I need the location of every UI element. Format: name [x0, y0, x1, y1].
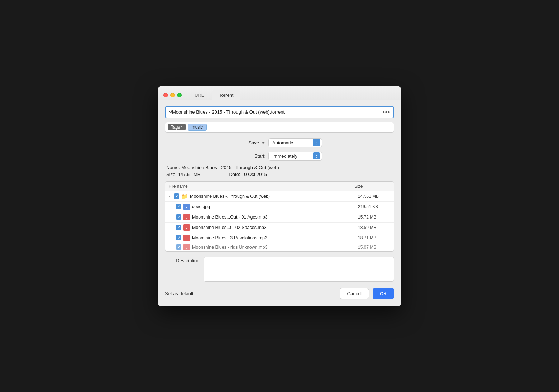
- folder-icon: 📁: [181, 193, 188, 200]
- description-row: Description:: [165, 257, 394, 282]
- mp3-icon: ♪: [183, 214, 190, 220]
- tab-torrent[interactable]: Torrent: [212, 90, 240, 100]
- file-size: 219.51 KB: [358, 204, 390, 209]
- file-size: 15.72 MB: [358, 215, 390, 220]
- main-window: URL Torrent ›/Moonshine Blues - 2015 - T…: [158, 86, 401, 306]
- file-name: cover.jpg: [192, 204, 358, 209]
- file-name: Moonshine Blues - rlds Unknown.mp3: [192, 245, 358, 250]
- torrent-size: Size: 147.61 MB: [166, 172, 200, 177]
- description-label: Description:: [165, 257, 201, 263]
- file-checkbox[interactable]: [176, 244, 181, 250]
- file-checkbox[interactable]: [176, 235, 181, 240]
- jpg-icon: J: [183, 204, 190, 210]
- table-row: ♪ Moonshine Blues...t - 02 Spaces.mp3 18…: [165, 223, 394, 233]
- file-name: Moonshine Blues...Out - 01 Ages.mp3: [192, 215, 358, 220]
- file-size: 147.61 MB: [358, 194, 390, 199]
- file-path-row: ›/Moonshine Blues - 2015 - Through & Out…: [165, 106, 394, 118]
- tab-url[interactable]: URL: [187, 90, 211, 100]
- col-size-header: Size: [354, 184, 390, 189]
- save-to-select[interactable]: Automatic: [268, 138, 322, 147]
- start-row: Start: Immediately: [165, 152, 394, 161]
- start-select[interactable]: Immediately: [268, 152, 322, 161]
- col-divider: [353, 184, 353, 189]
- save-to-label: Save to:: [237, 140, 266, 145]
- mp3-icon: ♪: [183, 244, 190, 250]
- file-table: File name Size › 📁 Moonshine Blues -...h…: [165, 181, 394, 252]
- file-name: Moonshine Blues -...hrough & Out (web): [190, 194, 358, 199]
- content-area: ›/Moonshine Blues - 2015 - Through & Out…: [158, 100, 401, 306]
- cancel-button[interactable]: Cancel: [340, 288, 369, 299]
- file-checkbox[interactable]: [176, 225, 181, 230]
- ok-button[interactable]: OK: [373, 288, 394, 299]
- info-section: Name: Moonshine Blues - 2015 - Through &…: [165, 165, 394, 177]
- set-as-default-button[interactable]: Set as default: [165, 291, 194, 296]
- file-path-text: ›/Moonshine Blues - 2015 - Through & Out…: [169, 109, 380, 115]
- tags-label[interactable]: Tags: [168, 124, 186, 130]
- file-checkbox[interactable]: [176, 214, 181, 220]
- table-row: ♪ Moonshine Blues...Out - 01 Ages.mp3 15…: [165, 212, 394, 223]
- file-size: 18.59 MB: [358, 225, 390, 230]
- tags-row: Tags music: [165, 122, 394, 133]
- maximize-button[interactable]: [177, 93, 182, 97]
- button-row: Set as default Cancel OK: [165, 288, 394, 299]
- file-size: 15.07 MB: [358, 245, 390, 250]
- tag-chip-music[interactable]: music: [188, 124, 207, 131]
- title-bar: URL Torrent: [158, 86, 401, 100]
- file-size: 18.71 MB: [358, 235, 390, 240]
- dots-button[interactable]: •••: [383, 109, 390, 115]
- torrent-date: Date: 10 Oct 2015: [229, 172, 267, 177]
- chevron-icon[interactable]: ›: [169, 194, 174, 199]
- tab-bar: URL Torrent: [187, 90, 396, 100]
- button-group: Cancel OK: [340, 288, 394, 299]
- description-input[interactable]: [204, 257, 394, 282]
- table-row: J cover.jpg 219.51 KB: [165, 202, 394, 212]
- table-row: ♪ Moonshine Blues - rlds Unknown.mp3 15.…: [165, 243, 394, 251]
- start-label: Start:: [237, 153, 266, 159]
- minimize-button[interactable]: [170, 93, 175, 97]
- traffic-lights: [163, 93, 182, 97]
- table-row: ♪ Moonshine Blues...3 Revelations.mp3 18…: [165, 233, 394, 243]
- file-name: Moonshine Blues...t - 02 Spaces.mp3: [192, 225, 358, 230]
- start-select-wrapper: Immediately: [268, 152, 322, 161]
- file-name: Moonshine Blues...3 Revelations.mp3: [192, 235, 358, 240]
- torrent-meta: Size: 147.61 MB Date: 10 Oct 2015: [166, 172, 393, 177]
- save-to-row: Save to: Automatic: [165, 138, 394, 147]
- table-row: › 📁 Moonshine Blues -...hrough & Out (we…: [165, 191, 394, 202]
- col-name-header: File name: [169, 184, 351, 189]
- torrent-name: Name: Moonshine Blues - 2015 - Through &…: [166, 165, 393, 170]
- file-checkbox[interactable]: [176, 204, 181, 209]
- file-checkbox[interactable]: [174, 193, 179, 199]
- mp3-icon: ♪: [183, 235, 190, 241]
- save-to-select-wrapper: Automatic: [268, 138, 322, 147]
- file-table-header: File name Size: [165, 182, 394, 191]
- close-button[interactable]: [163, 93, 168, 97]
- mp3-icon: ♪: [183, 224, 190, 231]
